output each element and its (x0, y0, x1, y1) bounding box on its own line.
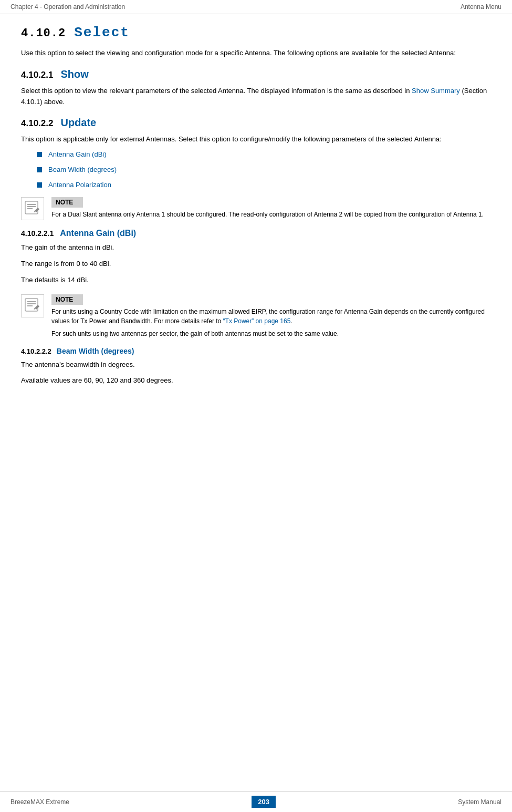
header-left: Chapter 4 - Operation and Administration (11, 3, 125, 11)
section-4-10-2-intro: Use this option to select the viewing an… (21, 48, 491, 59)
section-4-10-2-2-heading: 4.10.2.2 Update (21, 117, 491, 129)
section-4-10-2-2-1-number: 4.10.2.2.1 (21, 229, 54, 238)
footer-left: BreezeMAX Extreme (11, 798, 69, 806)
bullet-list: Antenna Gain (dBi) Beam Width (degrees) … (37, 150, 491, 189)
show-summary-link[interactable]: Show Summary (412, 87, 460, 95)
note-1-container: NOTE For a Dual Slant antenna only Anten… (21, 197, 491, 220)
note-2-container: NOTE For units using a Country Code with… (21, 294, 491, 338)
bullet-icon-1 (37, 152, 42, 157)
section-4-10-2-label: Select (74, 25, 130, 40)
section-4-10-2-heading: 4.10.2 Select (21, 25, 491, 40)
section-4-10-2-1-text: Select this option to view the relevant … (21, 87, 412, 95)
note-1-header: NOTE (51, 197, 83, 208)
section-4-10-2-1-body-end: above. (42, 98, 65, 106)
main-content: 4.10.2 Select Use this option to select … (0, 14, 512, 423)
list-item: Beam Width (degrees) (37, 166, 491, 173)
bullet-item-1: Antenna Gain (dBi) (48, 150, 107, 158)
bullet-icon-3 (37, 182, 42, 188)
antenna-gain-line-2: The range is from 0 to 40 dBi. (21, 259, 491, 270)
footer-right: System Manual (458, 798, 501, 806)
header-bar: Chapter 4 - Operation and Administration… (0, 0, 512, 14)
note-pencil-icon (24, 200, 41, 217)
list-item: Antenna Gain (dBi) (37, 150, 491, 158)
section-4-10-2-2-number: 4.10.2.2 (21, 118, 53, 129)
section-4-10-2-2-body: This option is applicable only for exter… (21, 134, 491, 145)
note-2-content: NOTE For units using a Country Code with… (51, 294, 491, 338)
note-2-body2: . (290, 317, 292, 325)
section-4-10-2-2-2-number: 4.10.2.2.2 (21, 347, 51, 355)
tx-power-link[interactable]: “Tx Power” on page 165 (223, 317, 291, 325)
antenna-gain-line-3: The defaults is 14 dBi. (21, 275, 491, 286)
section-4-10-2-2-1-heading: 4.10.2.2.1 Antenna Gain (dBi) (21, 229, 491, 238)
section-4-10-2-2-2-heading: 4.10.2.2.2 Beam Width (degrees) (21, 347, 491, 355)
note-2-header: NOTE (51, 294, 83, 305)
section-4-10-2-1-label: Show (60, 68, 88, 80)
section-4-10-2-2-label: Update (60, 117, 96, 129)
bullet-item-2: Beam Width (degrees) (48, 166, 117, 173)
beam-width-line-1: The antenna’s beamwidth in degrees. (21, 359, 491, 371)
note-2-text1: For units using a Country Code with limi… (51, 307, 491, 326)
section-4-10-2-2-2-label: Beam Width (degrees) (57, 347, 134, 355)
header-right: Antenna Menu (461, 3, 501, 11)
antenna-gain-line-1: The gain of the antenna in dBi. (21, 242, 491, 253)
note-1-content: NOTE For a Dual Slant antenna only Anten… (51, 197, 491, 219)
note-1-text: For a Dual Slant antenna only Antenna 1 … (51, 210, 491, 219)
note-2-icon (21, 294, 44, 317)
note-1-icon (21, 197, 44, 220)
bullet-item-3: Antenna Polarization (48, 181, 111, 189)
svg-rect-6 (25, 299, 38, 311)
section-4-10-2-1-number: 4.10.2.1 (21, 70, 53, 80)
note-2-text3: For such units using two antennas per se… (51, 329, 491, 338)
note-pencil-icon-2 (24, 297, 41, 314)
list-item: Antenna Polarization (37, 181, 491, 189)
section-4-10-2-2-1-label: Antenna Gain (dBi) (60, 229, 136, 238)
footer-bar: BreezeMAX Extreme 203 System Manual (0, 791, 512, 812)
section-4-10-2-1-heading: 4.10.2.1 Show (21, 68, 491, 80)
section-4-10-2-1-body: Select this option to view the relevant … (21, 86, 491, 108)
bullet-icon-2 (37, 167, 42, 172)
beam-width-line-2: Available values are 60, 90, 120 and 360… (21, 375, 491, 386)
footer-page-number: 203 (252, 796, 276, 808)
section-4-10-2-number: 4.10.2 (21, 27, 66, 40)
